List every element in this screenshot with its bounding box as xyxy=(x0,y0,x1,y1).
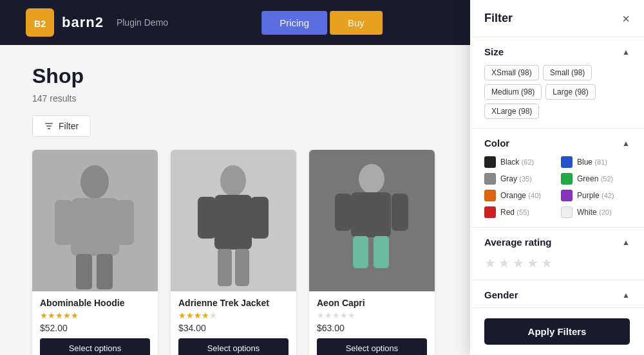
filter-bar: Filter xyxy=(32,115,438,137)
pricing-button[interactable]: Pricing xyxy=(261,11,327,35)
svg-rect-23 xyxy=(392,194,408,231)
color-swatch xyxy=(561,156,573,168)
product-card: Aeon Capri ★★★★★ $63.00 Select options xyxy=(309,150,435,355)
color-item[interactable]: White (20) xyxy=(561,206,630,218)
product-name: Aeon Capri xyxy=(317,298,427,308)
svg-rect-8 xyxy=(55,200,73,245)
svg-rect-11 xyxy=(97,254,113,289)
color-item[interactable]: Red (55) xyxy=(484,206,553,218)
svg-rect-17 xyxy=(218,249,232,286)
rating-star-2[interactable]: ★ xyxy=(498,255,510,271)
color-label: Red (55) xyxy=(500,208,529,217)
gender-section-header[interactable]: Gender ▲ xyxy=(484,289,630,300)
color-section: Color ▲ Black (62) Blue (81) Gray (35) G… xyxy=(470,129,644,228)
rating-section-header[interactable]: Average rating ▲ xyxy=(484,237,630,248)
filter-close-button[interactable]: × xyxy=(622,12,630,25)
color-swatch xyxy=(484,156,496,168)
svg-text:B2: B2 xyxy=(34,19,46,29)
product-stars: ★★★★★ xyxy=(317,311,427,320)
color-swatch xyxy=(484,190,496,201)
gender-chevron-icon: ▲ xyxy=(622,291,630,300)
filter-panel-title: Filter xyxy=(484,12,513,25)
color-grid: Black (62) Blue (81) Gray (35) Green (52… xyxy=(484,156,630,218)
rating-star-4[interactable]: ★ xyxy=(527,255,538,271)
filter-button-label: Filter xyxy=(59,121,79,131)
product-image xyxy=(32,150,158,291)
size-section: Size ▲ XSmall (98)Small (98)Medium (98)L… xyxy=(470,37,644,129)
rating-star-5[interactable]: ★ xyxy=(541,255,553,271)
color-label: White (20) xyxy=(577,208,612,217)
product-image xyxy=(309,150,435,291)
color-section-header[interactable]: Color ▲ xyxy=(484,138,630,149)
rating-section: Average rating ▲ ★ ★ ★ ★ ★ xyxy=(470,228,644,280)
color-item[interactable]: Gray (35) xyxy=(484,173,553,185)
color-item[interactable]: Black (62) xyxy=(484,156,553,168)
color-label: Black (62) xyxy=(500,158,534,167)
select-options-button[interactable]: Select options xyxy=(178,338,289,355)
size-section-header[interactable]: Size ▲ xyxy=(484,46,630,57)
color-item[interactable]: Purple (42) xyxy=(561,190,630,201)
product-price: $52.00 xyxy=(40,323,150,333)
filter-button[interactable]: Filter xyxy=(32,115,91,137)
product-name: Abominable Hoodie xyxy=(40,298,150,308)
svg-rect-22 xyxy=(335,194,352,231)
svg-rect-25 xyxy=(374,236,389,268)
svg-rect-24 xyxy=(353,236,368,268)
color-item[interactable]: Orange (40) xyxy=(484,190,553,201)
color-item[interactable]: Blue (81) xyxy=(561,156,630,168)
color-swatch xyxy=(561,206,573,218)
color-label: Orange (40) xyxy=(500,191,541,200)
rating-stars: ★ ★ ★ ★ ★ xyxy=(484,255,630,271)
svg-rect-18 xyxy=(235,249,249,286)
color-label: Gray (35) xyxy=(500,174,532,183)
color-item[interactable]: Green (52) xyxy=(561,173,630,185)
filter-panel-header: Filter × xyxy=(470,0,644,37)
color-label: Green (52) xyxy=(577,174,613,183)
shop-title: Shop xyxy=(32,64,438,88)
product-name: Adrienne Trek Jacket xyxy=(178,298,289,308)
size-chip[interactable]: Large (98) xyxy=(545,84,595,100)
color-section-title: Color xyxy=(484,138,509,149)
logo-text: barn2 xyxy=(62,14,104,31)
size-section-title: Size xyxy=(484,46,504,57)
rating-section-title: Average rating xyxy=(484,237,551,248)
product-info: Aeon Capri ★★★★★ $63.00 Select options xyxy=(309,291,435,355)
results-count: 147 results xyxy=(32,93,438,104)
size-chip[interactable]: Small (98) xyxy=(543,65,592,80)
logo-icon: B2 xyxy=(26,8,54,37)
product-grid: Abominable Hoodie ★★★★★ $52.00 Select op… xyxy=(32,150,438,355)
nav-buttons: Pricing Buy xyxy=(261,11,383,35)
apply-filters-button[interactable]: Apply Filters xyxy=(484,318,630,345)
svg-rect-7 xyxy=(71,198,119,256)
filter-panel: Filter × Size ▲ XSmall (98)Small (98)Med… xyxy=(470,0,644,355)
color-swatch xyxy=(484,206,496,218)
color-swatch xyxy=(484,173,496,185)
select-options-button[interactable]: Select options xyxy=(40,338,150,355)
size-chevron-icon: ▲ xyxy=(622,48,630,57)
svg-rect-15 xyxy=(198,197,216,239)
apply-button-wrap: Apply Filters xyxy=(470,307,644,355)
product-price: $34.00 xyxy=(178,323,289,333)
rating-star-3[interactable]: ★ xyxy=(513,255,524,271)
rating-star-1[interactable]: ★ xyxy=(484,255,496,271)
size-chips: XSmall (98)Small (98)Medium (98)Large (9… xyxy=(484,65,630,119)
svg-point-13 xyxy=(220,165,246,196)
gender-section-title: Gender xyxy=(484,289,518,300)
product-info: Abominable Hoodie ★★★★★ $52.00 Select op… xyxy=(32,291,158,355)
logo-area: B2 barn2 Plugin Demo xyxy=(26,8,168,37)
svg-point-6 xyxy=(80,165,109,199)
size-chip[interactable]: XSmall (98) xyxy=(484,65,539,80)
product-price: $63.00 xyxy=(317,323,427,333)
size-chip[interactable]: Medium (98) xyxy=(484,84,542,100)
size-chip[interactable]: XLarge (98) xyxy=(484,104,539,119)
product-info: Adrienne Trek Jacket ★★★★★ $34.00 Select… xyxy=(171,291,296,355)
svg-rect-21 xyxy=(351,192,391,237)
product-card: Abominable Hoodie ★★★★★ $52.00 Select op… xyxy=(32,150,158,355)
buy-button[interactable]: Buy xyxy=(330,11,383,35)
color-swatch xyxy=(561,173,573,185)
color-chevron-icon: ▲ xyxy=(622,139,630,148)
svg-rect-14 xyxy=(214,195,252,250)
shop-area: Shop 147 results Filter Abominabl xyxy=(0,45,470,355)
plugin-demo-label: Plugin Demo xyxy=(117,17,168,28)
select-options-button[interactable]: Select options xyxy=(317,338,427,355)
